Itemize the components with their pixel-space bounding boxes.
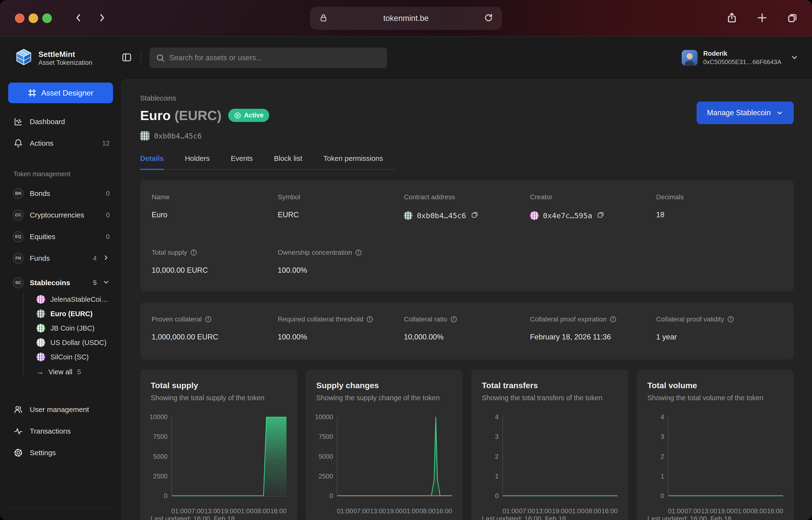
app-header: SettleMint Asset Tokenization: [0, 36, 812, 79]
tab-token-permissions[interactable]: Token permissions: [323, 154, 383, 170]
reload-icon[interactable]: [484, 13, 493, 24]
minimize-window-button[interactable]: [29, 14, 38, 23]
info-icon[interactable]: [610, 316, 617, 323]
chevron-down-icon: [776, 109, 783, 116]
token-identicon: [36, 295, 45, 304]
cryptocurrencies-abbr-icon: CC: [13, 210, 24, 220]
chart-card-total-volume: Total volume Showing the total volume of…: [637, 370, 794, 520]
user-menu[interactable]: Roderik 0xC505005E31…66F6643A: [682, 50, 799, 66]
asset-designer-button[interactable]: Asset Designer: [8, 83, 113, 103]
manage-stablecoin-button[interactable]: Manage Stablecoin: [697, 102, 794, 124]
sidebar-item-settings[interactable]: Settings: [8, 443, 113, 462]
brand-subtitle: Asset Tokenization: [38, 59, 92, 67]
user-address: 0xC505005E31…66F6643A: [703, 58, 781, 66]
token-identicon: [36, 309, 45, 318]
info-icon[interactable]: [450, 316, 457, 323]
search-box[interactable]: [150, 48, 387, 68]
y-axis-labels: 43 21 0: [647, 413, 668, 500]
stablecoins-abbr-icon: SC: [13, 277, 24, 288]
breadcrumb[interactable]: Stablecoins: [140, 94, 794, 102]
user-name: Roderik: [703, 50, 781, 57]
dashboard-chart-icon: [13, 117, 24, 127]
share-icon[interactable]: [726, 12, 738, 25]
charts-row: Total supply Showing the total supply of…: [140, 370, 794, 520]
tab-overview-icon[interactable]: [787, 12, 798, 25]
chart-card-supply-changes: Supply changes Showing the supply change…: [306, 370, 463, 520]
copy-icon[interactable]: [597, 211, 605, 220]
info-icon[interactable]: [190, 249, 197, 256]
token-identicon: [140, 131, 149, 140]
tab-events[interactable]: Events: [231, 154, 253, 170]
token-address: 0xb0b4…45c6: [154, 132, 202, 140]
equities-abbr-icon: EQ: [13, 231, 24, 242]
info-icon[interactable]: [366, 316, 373, 323]
brand-name: SettleMint: [38, 49, 92, 59]
y-axis-labels: 100007500 50002500 0: [316, 413, 337, 500]
tab-details[interactable]: Details: [140, 154, 164, 170]
info-icon[interactable]: [727, 316, 734, 323]
chart-subtitle: Showing the total supply of the token: [151, 394, 287, 402]
field-proof-validity: Collateral proof validity 1 year: [656, 315, 782, 341]
field-creator: Creator 0x4e7c…595a: [530, 193, 656, 220]
chart-subtitle: Showing the total transfers of the token: [482, 394, 618, 402]
details-card: Name Euro Symbol EURC Contract address 0…: [140, 180, 794, 291]
y-axis-labels: 100007500 50002500 0: [151, 413, 171, 500]
sidebar-item-cryptocurrencies[interactable]: CC Cryptocurrencies 0: [8, 206, 113, 225]
chevron-down-icon: [787, 53, 799, 62]
back-button[interactable]: [74, 12, 84, 24]
new-tab-icon[interactable]: [756, 12, 768, 25]
window-controls: [15, 14, 52, 23]
sidebar-toggle-icon[interactable]: [121, 52, 132, 64]
sidebar-subitem-silcoin[interactable]: SilCoin (SC): [23, 350, 113, 364]
sidebar-item-funds[interactable]: FN Funds 4: [8, 249, 113, 268]
close-window-button[interactable]: [15, 14, 25, 23]
field-proof-expiration: Collateral proof expiration February 18,…: [530, 315, 656, 341]
x-axis-labels: 01:0007:00 13:0019:00 01:0008:00 16:00: [171, 508, 287, 515]
tab-bar: Details Holders Events Block list Token …: [140, 154, 396, 170]
sidebar-subitem-us-dollar[interactable]: US Dollar (USDC): [23, 335, 113, 350]
search-input[interactable]: [169, 54, 381, 62]
supply-changes-chart: [337, 417, 452, 496]
field-contract-address: Contract address 0xb0b4…45c6: [404, 193, 530, 220]
url-bar[interactable]: tokenmint.be: [310, 7, 502, 30]
sidebar-subitem-euro-eurc[interactable]: Euro (EURC): [23, 307, 113, 321]
chevron-down-icon: [97, 279, 110, 287]
lock-icon: [319, 13, 328, 24]
sidebar-item-bonds[interactable]: BN Bonds 0: [8, 184, 113, 203]
section-label-token-management: Token management: [13, 171, 113, 178]
contract-identicon: [404, 211, 412, 220]
sidebar-item-user-management[interactable]: User management: [8, 400, 113, 419]
sidebar-subitem-jb-coin[interactable]: JB Coin (JBC): [23, 321, 113, 335]
tab-holders[interactable]: Holders: [185, 154, 210, 170]
x-axis-labels: 01:0007:00 13:0019:00 01:0008:00 16:00: [668, 508, 783, 515]
sidebar: Asset Designer Dashboard Actions 12 Toke…: [0, 79, 121, 520]
sidebar-item-dashboard[interactable]: Dashboard: [8, 112, 113, 131]
total-supply-chart: [171, 417, 287, 496]
main-panel: Stablecoins Euro (EURC) Active 0xb0b4…45…: [121, 79, 812, 520]
search-icon: [156, 53, 165, 62]
x-axis-labels: 01:0007:00 13:0019:00 01:0008:00 16:00: [337, 508, 452, 515]
tab-block-list[interactable]: Block list: [274, 154, 302, 170]
sidebar-item-stablecoins[interactable]: SC Stablecoins 5: [8, 274, 113, 292]
sidebar-subitem-jelenastablecoin[interactable]: JelenaStableCoi…: [23, 292, 113, 307]
bonds-abbr-icon: BN: [13, 188, 24, 199]
chevron-right-icon: [97, 254, 110, 263]
view-all-link[interactable]: → View all 5: [23, 364, 113, 380]
field-total-supply: Total supply 10,000.00 EURC: [152, 249, 278, 275]
sidebar-divider: [8, 509, 113, 509]
brand: SettleMint Asset Tokenization: [0, 48, 121, 68]
maximize-window-button[interactable]: [42, 14, 52, 23]
gear-icon: [13, 448, 24, 458]
info-icon[interactable]: [355, 249, 362, 256]
actions-count: 12: [102, 139, 110, 147]
info-icon[interactable]: [205, 316, 212, 323]
sidebar-item-actions[interactable]: Actions 12: [8, 134, 113, 153]
collateral-card: Proven collateral 1,000,000.00 EURC Requ…: [140, 303, 794, 360]
sidebar-item-equities[interactable]: EQ Equities 0: [8, 227, 113, 246]
field-required-threshold: Required collateral threshold 100.00%: [278, 315, 404, 341]
forward-button[interactable]: [97, 12, 107, 24]
copy-icon[interactable]: [470, 211, 479, 220]
sidebar-item-transactions[interactable]: Transactions: [8, 422, 113, 441]
token-address-row: 0xb0b4…45c6: [140, 131, 794, 140]
status-badge: Active: [228, 109, 269, 122]
